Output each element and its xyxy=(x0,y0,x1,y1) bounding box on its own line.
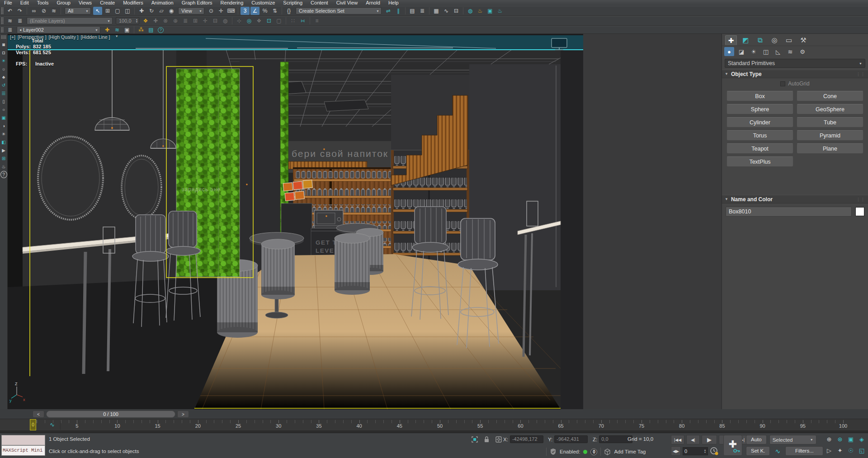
walk-through-icon[interactable]: ✦ xyxy=(835,445,845,455)
percent-snap-icon[interactable]: % xyxy=(260,7,269,15)
snap-toggle-3d-icon[interactable]: 3 xyxy=(241,7,250,15)
menu-item[interactable]: Edit xyxy=(16,0,33,6)
viewport-canvas[interactable]: бери свой напиток здесь GET TO NEXT L xyxy=(8,34,583,409)
zoom-icon[interactable]: ⊕ xyxy=(824,434,834,444)
toggle-ribbon-icon[interactable]: ▦ xyxy=(432,7,441,15)
align-icon[interactable]: ∥ xyxy=(394,7,403,15)
circulate-icon[interactable]: ◍ xyxy=(221,17,230,25)
menu-item[interactable]: Customize xyxy=(247,0,279,6)
create-new-layer-icon[interactable]: ✚ xyxy=(103,26,112,34)
select-and-scale-icon[interactable]: ▱ xyxy=(157,7,166,15)
absolute-offset-toggle-icon[interactable] xyxy=(495,436,502,443)
current-frame-field[interactable]: 0 ▲▼ xyxy=(683,447,708,455)
pivot-snap-icon[interactable]: ⊹ xyxy=(235,17,244,25)
create-camera-from-view-icon[interactable]: ◙ xyxy=(0,41,7,48)
material-editor-icon[interactable]: ◍ xyxy=(466,7,475,15)
scene-list-icon[interactable]: ☰ xyxy=(0,90,7,97)
name-color-rollout-header[interactable]: ▼ Name and Color ⋮⋮ xyxy=(722,195,868,203)
grid-quad-icon[interactable]: ⊞ xyxy=(0,155,7,162)
working-pivot-icon[interactable]: ◎ xyxy=(245,17,254,25)
object-type-button[interactable]: TextPlus xyxy=(726,156,793,167)
region-select-icon[interactable]: ▢ xyxy=(274,17,283,25)
redo-icon[interactable]: ↷ xyxy=(15,7,24,15)
rendered-frame-window-icon[interactable]: ▣ xyxy=(486,7,495,15)
cat-shapes[interactable]: ◪ xyxy=(736,47,746,56)
teapot-icon[interactable]: ♨ xyxy=(0,163,7,170)
help-icon[interactable]: ? xyxy=(158,27,164,33)
layer-list-icon[interactable]: ≋ xyxy=(5,17,14,25)
select-objects-in-layer-icon[interactable]: ▣ xyxy=(123,26,132,34)
cat-space-warps[interactable]: ≋ xyxy=(785,47,795,56)
y-coordinate-field[interactable]: -9642,431 xyxy=(554,435,588,443)
add-to-layer-icon[interactable]: ✚ xyxy=(151,17,160,25)
menu-item[interactable]: Views xyxy=(75,0,96,6)
object-name-field[interactable]: Box8010 xyxy=(726,207,852,217)
rectangular-selection-region-icon[interactable]: ▢ xyxy=(113,7,122,15)
cat-geometry[interactable]: ● xyxy=(724,47,734,56)
select-object-icon[interactable]: ↖ xyxy=(93,7,102,15)
perspective-viewport[interactable]: бери свой напиток здесь GET TO NEXT L xyxy=(8,34,583,409)
toolbar-drag-handle[interactable] xyxy=(1,17,4,24)
window-crossing-icon[interactable]: ◫ xyxy=(123,7,132,15)
mini-curve-editor-button[interactable]: ∿ xyxy=(44,421,61,430)
object-type-button[interactable]: Tube xyxy=(797,117,863,127)
transform-toolbox-icon[interactable]: ⊡ xyxy=(264,17,274,25)
zoom-all-icon[interactable]: ⊛ xyxy=(835,434,845,444)
x-coordinate-field[interactable]: -42498,172 xyxy=(510,435,543,443)
object-color-swatch[interactable] xyxy=(855,207,864,216)
object-type-button[interactable]: Plane xyxy=(797,143,863,154)
menu-item[interactable]: File xyxy=(0,0,16,6)
funnel-icon[interactable]: ▼ xyxy=(115,34,118,40)
spinner-arrows[interactable]: ▲▼ xyxy=(704,449,706,453)
previous-frame-arrow[interactable]: < xyxy=(33,411,44,418)
layer-explorer-toggle-icon[interactable]: ≣ xyxy=(5,26,14,34)
collect-layer-icon[interactable]: ⊞ xyxy=(191,17,200,25)
object-type-button[interactable]: Teapot xyxy=(726,143,793,154)
macro-recorder-field[interactable] xyxy=(1,435,45,445)
menu-item[interactable]: Scripting xyxy=(279,0,307,6)
tab-create[interactable]: ✚ xyxy=(725,35,737,45)
help-circle-icon[interactable]: ? xyxy=(0,171,7,178)
object-type-button[interactable]: Box xyxy=(726,91,793,101)
display-monitor-icon[interactable]: ▣ xyxy=(0,114,7,121)
object-type-rollout-header[interactable]: ▼ Object Type ⋮⋮ xyxy=(722,70,868,78)
bind-to-space-warp-icon[interactable]: ≋ xyxy=(49,7,58,15)
pan-icon[interactable]: ▷ xyxy=(824,445,834,455)
previous-frame-button[interactable]: ◀| xyxy=(686,435,700,444)
window-icon[interactable]: ◧ xyxy=(0,138,7,146)
cat-lights[interactable]: ☀ xyxy=(749,47,759,56)
menu-item[interactable]: Create xyxy=(96,0,119,6)
toolbar-drag-handle[interactable] xyxy=(1,7,4,14)
menu-item[interactable]: Tools xyxy=(33,0,53,6)
select-and-manipulate-icon[interactable]: ✛ xyxy=(217,7,226,15)
use-pivot-point-center-icon[interactable]: ⊙ xyxy=(207,7,216,15)
time-slider[interactable]: 0 / 100 xyxy=(46,411,175,418)
gizmo-toggle-icon[interactable]: ❖ xyxy=(255,17,264,25)
select-by-name-icon[interactable]: ⊞ xyxy=(103,7,112,15)
mirror-icon[interactable]: ⇌ xyxy=(384,7,393,15)
layer-stack-icon[interactable]: ≣ xyxy=(181,17,190,25)
viewport-shading-menu[interactable]: [Hidden Line ] xyxy=(81,34,110,40)
menu-item[interactable]: Modifiers xyxy=(119,0,147,6)
tab-motion[interactable]: ◎ xyxy=(769,35,780,45)
physical-camera-icon[interactable]: ◘ xyxy=(0,49,7,56)
pick-layer-icon[interactable]: ⊕ xyxy=(171,17,180,25)
merge-layer-icon[interactable]: ✛ xyxy=(201,17,210,25)
alert-count-badge[interactable]: 0 xyxy=(590,449,597,455)
object-type-button[interactable]: Torus xyxy=(726,130,793,141)
render-production-icon[interactable]: ♨ xyxy=(495,7,505,15)
menu-item[interactable]: Rendering xyxy=(217,0,248,6)
select-and-rotate-icon[interactable]: ↻ xyxy=(147,7,156,15)
curve-editor-icon[interactable]: ∿ xyxy=(442,7,451,15)
play-button[interactable]: ▶ xyxy=(702,435,717,444)
named-selection-set-dropdown[interactable]: Create Selection Set▼ xyxy=(296,7,382,14)
grid-snap-icon[interactable]: ∷ xyxy=(288,17,297,25)
tab-hierarchy[interactable]: ⧉ xyxy=(754,35,766,45)
key-mode-toggle[interactable]: ◀▶ xyxy=(671,446,681,456)
menu-item[interactable]: Group xyxy=(52,0,75,6)
primitive-category-dropdown[interactable]: Standard Primitives ▼ xyxy=(725,59,865,68)
grid-align-icon[interactable]: ∺ xyxy=(298,17,307,25)
measure-icon[interactable]: ≡ xyxy=(312,17,321,25)
select-and-place-icon[interactable]: ◉ xyxy=(167,7,176,15)
current-frame-marker[interactable]: 0 xyxy=(30,419,36,430)
